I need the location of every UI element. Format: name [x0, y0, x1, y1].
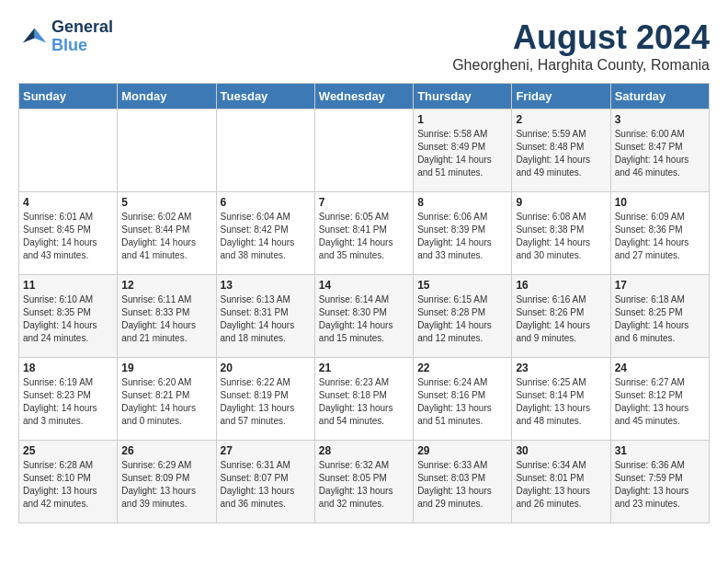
- day-number: 18: [23, 362, 113, 374]
- day-number: 8: [417, 196, 507, 209]
- day-info: Sunrise: 6:28 AM Sunset: 8:10 PM Dayligh…: [23, 459, 113, 511]
- calendar-week-1: 1Sunrise: 5:58 AM Sunset: 8:49 PM Daylig…: [19, 109, 710, 192]
- calendar-cell: 10Sunrise: 6:09 AM Sunset: 8:36 PM Dayli…: [610, 192, 709, 275]
- day-number: 11: [23, 279, 113, 292]
- day-info: Sunrise: 6:24 AM Sunset: 8:16 PM Dayligh…: [417, 376, 507, 428]
- day-info: Sunrise: 6:20 AM Sunset: 8:21 PM Dayligh…: [121, 376, 211, 428]
- day-info: Sunrise: 6:13 AM Sunset: 8:31 PM Dayligh…: [221, 293, 311, 345]
- calendar-cell: [19, 109, 118, 192]
- day-number: 20: [221, 362, 311, 374]
- day-info: Sunrise: 6:32 AM Sunset: 8:05 PM Dayligh…: [319, 459, 409, 511]
- day-info: Sunrise: 5:58 AM Sunset: 8:49 PM Dayligh…: [417, 128, 507, 179]
- day-number: 23: [516, 362, 606, 374]
- day-info: Sunrise: 6:22 AM Sunset: 8:19 PM Dayligh…: [221, 376, 311, 428]
- calendar-cell: 25Sunrise: 6:28 AM Sunset: 8:10 PM Dayli…: [19, 441, 118, 523]
- calendar-header: Sunday Monday Tuesday Wednesday Thursday…: [19, 84, 710, 109]
- day-info: Sunrise: 6:23 AM Sunset: 8:18 PM Dayligh…: [319, 376, 409, 428]
- calendar-cell: 2Sunrise: 5:59 AM Sunset: 8:48 PM Daylig…: [512, 109, 610, 192]
- calendar-cell: 4Sunrise: 6:01 AM Sunset: 8:45 PM Daylig…: [19, 192, 118, 275]
- calendar-cell: 9Sunrise: 6:08 AM Sunset: 8:38 PM Daylig…: [512, 192, 610, 275]
- day-info: Sunrise: 6:29 AM Sunset: 8:09 PM Dayligh…: [121, 459, 211, 511]
- day-number: 12: [121, 279, 211, 292]
- day-info: Sunrise: 6:00 AM Sunset: 8:47 PM Dayligh…: [615, 128, 705, 179]
- logo-icon: [18, 22, 48, 52]
- calendar-cell: 27Sunrise: 6:31 AM Sunset: 8:07 PM Dayli…: [216, 441, 314, 523]
- day-number: 10: [615, 196, 705, 209]
- month-title: August 2024: [452, 18, 710, 57]
- day-number: 14: [319, 279, 409, 292]
- day-info: Sunrise: 6:34 AM Sunset: 8:01 PM Dayligh…: [516, 459, 606, 511]
- day-number: 13: [221, 279, 311, 292]
- header-saturday: Saturday: [610, 84, 709, 109]
- subtitle: Gheorgheni, Harghita County, Romania: [452, 57, 710, 74]
- calendar-cell: [118, 109, 216, 192]
- day-info: Sunrise: 6:09 AM Sunset: 8:36 PM Dayligh…: [615, 211, 705, 262]
- header-wednesday: Wednesday: [314, 84, 413, 109]
- day-number: 16: [516, 279, 606, 292]
- day-number: 5: [121, 196, 211, 209]
- day-info: Sunrise: 6:31 AM Sunset: 8:07 PM Dayligh…: [221, 459, 311, 511]
- logo-text: General Blue: [51, 18, 113, 55]
- day-number: 4: [23, 196, 113, 209]
- day-number: 1: [417, 113, 507, 126]
- calendar-cell: 5Sunrise: 6:02 AM Sunset: 8:44 PM Daylig…: [118, 192, 216, 275]
- calendar-cell: 29Sunrise: 6:33 AM Sunset: 8:03 PM Dayli…: [414, 441, 512, 523]
- header-friday: Friday: [512, 84, 610, 109]
- svg-marker-1: [23, 28, 35, 42]
- day-info: Sunrise: 5:59 AM Sunset: 8:48 PM Dayligh…: [516, 128, 606, 179]
- calendar-cell: 26Sunrise: 6:29 AM Sunset: 8:09 PM Dayli…: [118, 441, 216, 523]
- calendar-cell: [314, 109, 413, 192]
- day-number: 29: [417, 444, 507, 457]
- calendar-week-2: 4Sunrise: 6:01 AM Sunset: 8:45 PM Daylig…: [19, 192, 710, 275]
- day-number: 25: [23, 444, 113, 457]
- day-number: 30: [516, 444, 606, 457]
- calendar-week-5: 25Sunrise: 6:28 AM Sunset: 8:10 PM Dayli…: [19, 441, 710, 523]
- calendar-table: Sunday Monday Tuesday Wednesday Thursday…: [18, 83, 710, 523]
- day-info: Sunrise: 6:10 AM Sunset: 8:35 PM Dayligh…: [23, 293, 113, 345]
- day-number: 7: [319, 196, 409, 209]
- day-info: Sunrise: 6:04 AM Sunset: 8:42 PM Dayligh…: [221, 211, 311, 262]
- day-info: Sunrise: 6:33 AM Sunset: 8:03 PM Dayligh…: [417, 459, 507, 511]
- calendar-cell: 3Sunrise: 6:00 AM Sunset: 8:47 PM Daylig…: [610, 109, 709, 192]
- calendar-cell: 30Sunrise: 6:34 AM Sunset: 8:01 PM Dayli…: [512, 441, 610, 523]
- day-info: Sunrise: 6:11 AM Sunset: 8:33 PM Dayligh…: [121, 293, 211, 345]
- day-info: Sunrise: 6:05 AM Sunset: 8:41 PM Dayligh…: [319, 211, 409, 262]
- day-info: Sunrise: 6:14 AM Sunset: 8:30 PM Dayligh…: [319, 293, 409, 345]
- calendar-body: 1Sunrise: 5:58 AM Sunset: 8:49 PM Daylig…: [19, 109, 710, 523]
- day-number: 26: [121, 444, 211, 457]
- calendar-week-3: 11Sunrise: 6:10 AM Sunset: 8:35 PM Dayli…: [19, 275, 710, 358]
- calendar-cell: 15Sunrise: 6:15 AM Sunset: 8:28 PM Dayli…: [414, 275, 512, 358]
- day-info: Sunrise: 6:25 AM Sunset: 8:14 PM Dayligh…: [516, 376, 606, 428]
- day-info: Sunrise: 6:16 AM Sunset: 8:26 PM Dayligh…: [516, 293, 606, 345]
- calendar-cell: 13Sunrise: 6:13 AM Sunset: 8:31 PM Dayli…: [216, 275, 314, 358]
- calendar-cell: 16Sunrise: 6:16 AM Sunset: 8:26 PM Dayli…: [512, 275, 610, 358]
- day-info: Sunrise: 6:18 AM Sunset: 8:25 PM Dayligh…: [615, 293, 705, 345]
- calendar-cell: 28Sunrise: 6:32 AM Sunset: 8:05 PM Dayli…: [314, 441, 413, 523]
- day-number: 22: [417, 362, 507, 374]
- day-number: 17: [615, 279, 705, 292]
- logo: General Blue: [18, 18, 113, 55]
- calendar-cell: 14Sunrise: 6:14 AM Sunset: 8:30 PM Dayli…: [314, 275, 413, 358]
- header-monday: Monday: [118, 84, 216, 109]
- day-info: Sunrise: 6:19 AM Sunset: 8:23 PM Dayligh…: [23, 376, 113, 428]
- calendar-cell: 24Sunrise: 6:27 AM Sunset: 8:12 PM Dayli…: [610, 358, 709, 441]
- calendar-cell: 6Sunrise: 6:04 AM Sunset: 8:42 PM Daylig…: [216, 192, 314, 275]
- calendar-cell: 17Sunrise: 6:18 AM Sunset: 8:25 PM Dayli…: [610, 275, 709, 358]
- day-info: Sunrise: 6:06 AM Sunset: 8:39 PM Dayligh…: [417, 211, 507, 262]
- calendar-cell: 8Sunrise: 6:06 AM Sunset: 8:39 PM Daylig…: [414, 192, 512, 275]
- day-info: Sunrise: 6:15 AM Sunset: 8:28 PM Dayligh…: [417, 293, 507, 345]
- calendar-cell: 12Sunrise: 6:11 AM Sunset: 8:33 PM Dayli…: [118, 275, 216, 358]
- calendar-cell: 1Sunrise: 5:58 AM Sunset: 8:49 PM Daylig…: [414, 109, 512, 192]
- day-info: Sunrise: 6:36 AM Sunset: 7:59 PM Dayligh…: [615, 459, 705, 511]
- calendar-week-4: 18Sunrise: 6:19 AM Sunset: 8:23 PM Dayli…: [19, 358, 710, 441]
- day-info: Sunrise: 6:27 AM Sunset: 8:12 PM Dayligh…: [615, 376, 705, 428]
- calendar-cell: 23Sunrise: 6:25 AM Sunset: 8:14 PM Dayli…: [512, 358, 610, 441]
- day-number: 24: [615, 362, 705, 374]
- svg-marker-0: [35, 28, 47, 42]
- header-thursday: Thursday: [414, 84, 512, 109]
- calendar-cell: 22Sunrise: 6:24 AM Sunset: 8:16 PM Dayli…: [414, 358, 512, 441]
- day-number: 21: [319, 362, 409, 374]
- calendar-cell: 19Sunrise: 6:20 AM Sunset: 8:21 PM Dayli…: [118, 358, 216, 441]
- day-number: 3: [615, 113, 705, 126]
- calendar-cell: 31Sunrise: 6:36 AM Sunset: 7:59 PM Dayli…: [610, 441, 709, 523]
